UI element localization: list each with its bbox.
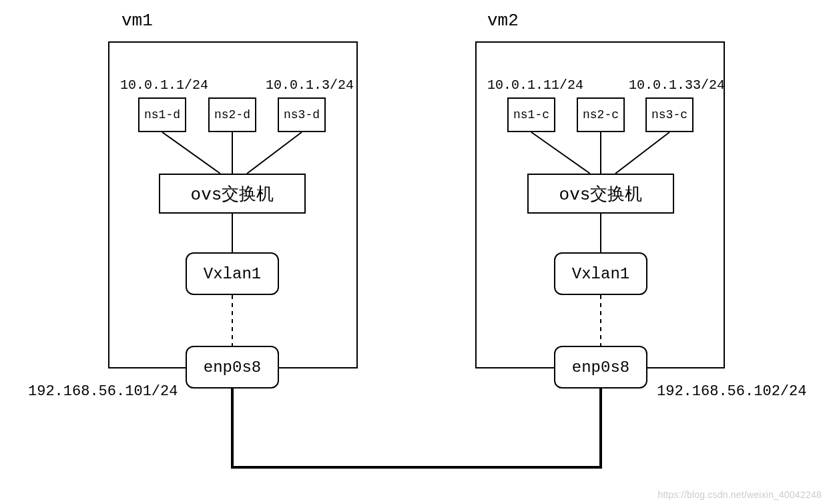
vm1-ns1-label: ns1-d [144, 108, 180, 121]
vm2-ovs-label: ovs交换机 [559, 182, 643, 206]
vm1-ns1-box: ns1-d [138, 97, 186, 132]
vm1-vxlan-label: Vxlan1 [204, 265, 261, 283]
vm2-ovs-box: ovs交换机 [527, 174, 674, 214]
vm1-host-ip: 192.168.56.101/24 [28, 383, 178, 400]
vm1-ns2-box: ns2-d [208, 97, 256, 132]
vm1-ovs-label: ovs交换机 [191, 182, 274, 206]
vm2-vxlan-label: Vxlan1 [572, 265, 629, 283]
vm2-enp-label: enp0s8 [572, 358, 629, 376]
vm2-enp-box: enp0s8 [554, 346, 647, 389]
vm1-ns2-label: ns2-d [214, 108, 250, 121]
vm2-ns1-ip: 10.0.1.11/24 [487, 77, 583, 93]
vm2-ns3-box: ns3-c [645, 97, 694, 132]
vm1-title: vm1 [121, 11, 153, 31]
vm1-vxlan-box: Vxlan1 [186, 252, 279, 295]
vm1-ns3-label: ns3-d [284, 108, 320, 121]
vm1-ns3-box: ns3-d [278, 97, 326, 132]
vm1-enp-box: enp0s8 [186, 346, 279, 389]
vm1-ovs-box: ovs交换机 [159, 174, 306, 214]
vm2-ns1-label: ns1-c [513, 108, 549, 121]
vm1-enp-label: enp0s8 [204, 358, 261, 376]
vm2-host-ip: 192.168.56.102/24 [657, 383, 806, 400]
vm2-ns3-ip: 10.0.1.33/24 [629, 77, 725, 93]
vm2-title: vm2 [487, 11, 519, 31]
vm2-ns1-box: ns1-c [507, 97, 555, 132]
watermark: https://blog.csdn.net/weixin_40042248 [657, 489, 822, 500]
vm2-ns2-box: ns2-c [577, 97, 625, 132]
vm2-ns2-label: ns2-c [583, 108, 619, 121]
vm1-ns3-ip: 10.0.1.3/24 [266, 77, 354, 93]
vm2-vxlan-box: Vxlan1 [554, 252, 647, 295]
vm2-ns3-label: ns3-c [651, 108, 687, 121]
vm1-ns1-ip: 10.0.1.1/24 [120, 77, 208, 93]
